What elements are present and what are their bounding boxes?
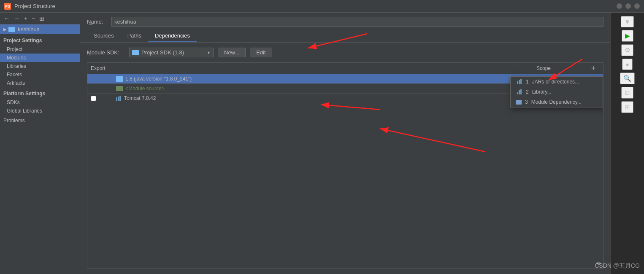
tab-dependencies[interactable]: Dependencies [148, 30, 197, 42]
rt-run-btn[interactable]: ▶ [622, 30, 633, 42]
sidebar-item-artifacts-label: Artifacts [7, 80, 25, 86]
nav-back-button[interactable]: ← [3, 15, 11, 22]
sidebar-item-global-libraries[interactable]: Global Libraries [0, 107, 80, 115]
library-icon [516, 89, 522, 94]
maximize-button[interactable]: □ [625, 3, 631, 9]
jars-icon [516, 79, 522, 84]
sidebar-item-problems-label: Problems [3, 118, 25, 124]
rt-stop-btn[interactable]: ⊟ [621, 87, 633, 99]
sdk-folder-icon [132, 50, 139, 55]
tab-paths[interactable]: Paths [121, 30, 148, 42]
modsrc-label: <Module source> [125, 86, 165, 91]
dropdown-item-module-dep[interactable]: 3 Module Dependency... [511, 97, 603, 107]
pencil-icon: ✏ [596, 260, 601, 267]
modsrc-name-cell: <Module source> [116, 86, 536, 91]
sidebar-item-facets[interactable]: Facets [0, 70, 80, 79]
tab-sources[interactable]: Sources [87, 30, 121, 42]
library-label: Library... [532, 89, 552, 95]
rt-dropdown-btn[interactable]: ▼ [621, 16, 634, 27]
module-expand-arrow: ▶ [3, 27, 7, 32]
table-header: Export Scope + [87, 63, 603, 74]
rt-debug-btn[interactable]: ⚙ [621, 44, 633, 56]
add-dependency-dropdown: 1 JARs or directories... 2 Library... [510, 76, 603, 107]
sidebar-item-project[interactable]: Project [0, 45, 80, 54]
add-dependency-button[interactable]: + [591, 64, 596, 72]
sidebar-item-artifacts[interactable]: Artifacts [0, 79, 80, 87]
right-toolbar: ▼ ▶ ⚙ ● 🔍 ⊟ ⊞ [610, 13, 644, 274]
module-dep-icon [516, 100, 522, 105]
sidebar-item-modules-label: Modules [7, 55, 26, 61]
col-export: Export [91, 65, 116, 71]
module-name: keshihua [18, 26, 40, 32]
module-dep-number: 3 [525, 99, 528, 105]
rt-search-btn[interactable]: 🔍 [620, 73, 635, 84]
jars-number: 1 [526, 79, 529, 85]
tomcat-name-cell: Tomcat 7.0.42 [116, 95, 536, 101]
jdk-label: 1.8 (java version "1.8.0_241") [125, 76, 192, 82]
module-src-icon [116, 86, 123, 91]
sdk-row: Module SDK: Project SDK (1.8) ▼ New... E… [87, 48, 603, 57]
module-folder-icon [8, 27, 15, 32]
content-area: Name: Sources Paths Dependencies Module … [80, 13, 610, 274]
sidebar-item-libraries-label: Libraries [7, 63, 26, 69]
sidebar-item-sdks-label: SDKs [7, 99, 20, 105]
rt-build-btn[interactable]: ⊞ [621, 101, 633, 113]
sidebar-item-global-libraries-label: Global Libraries [7, 108, 42, 114]
platform-settings-label: Platform Settings [0, 87, 80, 98]
sidebar-item-libraries[interactable]: Libraries [0, 62, 80, 70]
sidebar-item-modules[interactable]: Modules [0, 54, 80, 62]
col-scope: Scope [536, 65, 587, 71]
new-button[interactable]: New... [218, 48, 246, 57]
tomcat-icon [116, 96, 121, 101]
name-label: Name: [87, 19, 108, 25]
tomcat-label: Tomcat 7.0.42 [124, 95, 156, 101]
module-sdk-label: Module SDK: [87, 49, 125, 56]
jdk-icon [116, 76, 123, 82]
library-number: 2 [526, 89, 529, 95]
minimize-button[interactable]: — [617, 3, 622, 9]
name-input[interactable] [111, 17, 603, 27]
tabs-bar: Sources Paths Dependencies [80, 30, 610, 43]
jars-label: JARs or directories... [532, 79, 579, 85]
app-icon: PS [4, 3, 11, 10]
sdk-dropdown[interactable]: Project SDK (1.8) ▼ [129, 48, 214, 57]
copy-button[interactable]: ⊞ [38, 15, 46, 22]
dependencies-content: Module SDK: Project SDK (1.8) ▼ New... E… [80, 43, 610, 274]
sidebar-item-facets-label: Facets [7, 72, 22, 78]
module-dep-label: Module Dependency... [531, 99, 582, 105]
tomcat-checkbox[interactable] [91, 96, 96, 101]
sdk-value: Project SDK (1.8) [141, 49, 204, 56]
dropdown-item-jars[interactable]: 1 JARs or directories... [511, 77, 603, 87]
window-title: Project Structure [14, 3, 617, 9]
remove-button[interactable]: − [30, 15, 36, 22]
window-controls: — □ ✕ [617, 3, 640, 9]
col-add: + [587, 64, 600, 72]
project-settings-label: Project Settings [0, 34, 80, 45]
dependencies-table: Export Scope + 1.8 (java version "1.8.0_… [87, 62, 603, 269]
name-row: Name: [80, 13, 610, 30]
sidebar-toolbar: ← → + − ⊞ [0, 13, 80, 24]
sidebar: ← → + − ⊞ ▶ keshihua Project Settings Pr… [0, 13, 80, 274]
jdk-name-cell: 1.8 (java version "1.8.0_241") [116, 76, 536, 82]
sidebar-item-sdks[interactable]: SDKs [0, 98, 80, 107]
sidebar-item-problems[interactable]: Problems [0, 115, 80, 125]
close-button[interactable]: ✕ [634, 3, 640, 9]
nav-forward-button[interactable]: → [13, 15, 21, 22]
module-item-keshihua[interactable]: ▶ keshihua [0, 24, 80, 34]
title-bar: PS Project Structure — □ ✕ [0, 0, 644, 13]
rt-profile-btn[interactable]: ● [622, 59, 633, 70]
sdk-dropdown-arrow: ▼ [207, 51, 211, 55]
tomcat-check-cell [91, 96, 116, 101]
dropdown-item-library[interactable]: 2 Library... [511, 87, 603, 97]
edit-pencil-button[interactable]: ✏ [596, 260, 601, 267]
sidebar-item-project-label: Project [7, 46, 22, 52]
add-button[interactable]: + [23, 15, 29, 22]
edit-button[interactable]: Edit [250, 48, 272, 57]
